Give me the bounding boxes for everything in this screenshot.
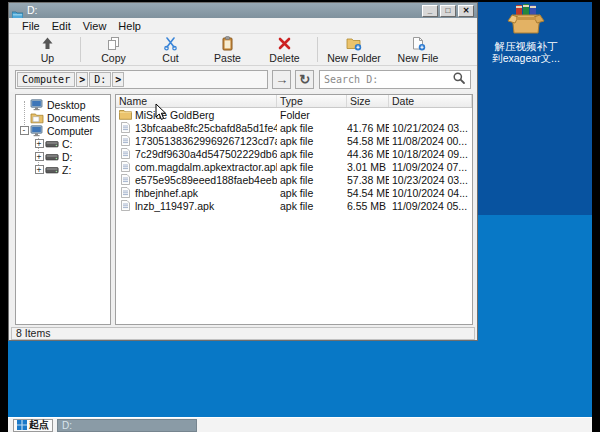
- file-type: apk file: [277, 187, 347, 199]
- paste-icon: [220, 35, 235, 51]
- new-folder-icon: [346, 35, 362, 51]
- menu-file[interactable]: File: [16, 18, 46, 34]
- file-row[interactable]: fhbejnhef.apk apk file 54.54 MB 10/10/20…: [116, 186, 472, 199]
- start-button[interactable]: 起点: [13, 419, 53, 432]
- toolbar-button-delete[interactable]: Delete: [256, 34, 313, 65]
- file-name: 7c29df9630a4d547502229db66...: [135, 148, 277, 160]
- file-row[interactable]: 13bfcaabe8fc25cbafd8a5d1fe4... apk file …: [116, 121, 472, 134]
- column-header-type[interactable]: Type: [277, 95, 347, 107]
- mouse-cursor: [155, 103, 167, 121]
- folder-icon: [119, 109, 133, 120]
- new-file-icon: [410, 35, 426, 51]
- drive-icon: [45, 164, 60, 175]
- shortcut-label-line1: 解压视频补丁: [471, 40, 581, 52]
- expander-slot: +: [33, 152, 45, 161]
- go-button[interactable]: →: [272, 70, 291, 89]
- toolbar-label: Copy: [101, 52, 126, 64]
- tree-item-desktop[interactable]: Desktop: [16, 98, 110, 111]
- toolbar-button-copy[interactable]: Copy: [85, 34, 142, 65]
- delete-icon: [277, 35, 292, 51]
- file-row[interactable]: 173051383629969267123cd7a.a... apk file …: [116, 134, 472, 147]
- chevron-right-icon[interactable]: >: [112, 72, 124, 87]
- toolbar-button-new-file[interactable]: New File: [386, 34, 450, 65]
- tree-item-documents[interactable]: Documents: [16, 111, 110, 124]
- breadcrumb-computer[interactable]: Computer: [17, 72, 75, 87]
- file-name: MiSide GoldBerg: [135, 109, 214, 121]
- expander-slot: +: [33, 139, 45, 148]
- column-header-size[interactable]: Size: [347, 95, 389, 107]
- expand-icon[interactable]: +: [35, 165, 44, 174]
- toolbar-label: Up: [41, 52, 54, 64]
- tree-item-drive-z[interactable]: + Z:: [16, 163, 110, 176]
- expander-slot: -: [18, 126, 30, 135]
- toolbar-button-new-folder[interactable]: New Folder: [322, 34, 386, 65]
- apk-file-icon: [119, 148, 133, 159]
- column-header-date[interactable]: Date: [389, 95, 472, 107]
- file-name: com.magdalm.apkextractor.apk: [135, 161, 277, 173]
- toolbar-separator: [80, 37, 81, 62]
- file-name: 173051383629969267123cd7a.a...: [135, 135, 277, 147]
- file-name: 13bfcaabe8fc25cbafd8a5d1fe4...: [135, 122, 277, 134]
- file-type: Folder: [277, 109, 347, 121]
- toolbar-button-up[interactable]: Up: [19, 34, 76, 65]
- window-icon: [12, 6, 23, 16]
- tree-item-drive-d[interactable]: + D:: [16, 150, 110, 163]
- search-icon[interactable]: [452, 71, 468, 87]
- collapse-icon[interactable]: -: [20, 126, 29, 135]
- expand-icon[interactable]: +: [35, 139, 44, 148]
- file-date: 11/08/2024 00...: [389, 135, 472, 147]
- toolbar: Up Copy: [9, 34, 477, 66]
- column-header-name[interactable]: Name: [116, 95, 277, 107]
- toolbar-button-cut[interactable]: Cut: [142, 34, 199, 65]
- file-row-folder[interactable]: MiSide GoldBerg Folder: [116, 108, 472, 121]
- taskbar: 起点 D:: [8, 417, 592, 432]
- taskbar-task-d-drive[interactable]: D:: [57, 419, 197, 432]
- file-row[interactable]: 7c29df9630a4d547502229db66... apk file 4…: [116, 147, 472, 160]
- toolbar-label: New Folder: [327, 52, 381, 64]
- file-row[interactable]: com.magdalm.apkextractor.apk apk file 3.…: [116, 160, 472, 173]
- refresh-icon: ↻: [299, 72, 310, 87]
- search-input[interactable]: [320, 72, 452, 87]
- file-row[interactable]: e575e95c89eeed188faeb4eeb... apk file 57…: [116, 173, 472, 186]
- chevron-right-icon[interactable]: >: [76, 72, 88, 87]
- emulator-viewport: 解压视频补丁 到exagear文... D: _ □ ✕: [8, 2, 592, 432]
- tree-item-drive-c[interactable]: + C:: [16, 137, 110, 150]
- file-date: 10/10/2024 04...: [389, 187, 472, 199]
- menu-edit[interactable]: Edit: [46, 18, 77, 34]
- breadcrumb: Computer > D: >: [15, 70, 268, 89]
- desktop-shortcut-winrar[interactable]: 解压视频补丁 到exagear文...: [471, 4, 581, 64]
- file-size: 41.76 MB: [347, 122, 389, 134]
- file-date: 10/18/2024 09...: [389, 148, 472, 160]
- close-button[interactable]: ✕: [458, 5, 474, 17]
- apk-file-icon: [119, 135, 133, 146]
- menu-help[interactable]: Help: [112, 18, 147, 34]
- desktop-background[interactable]: 解压视频补丁 到exagear文... D: _ □ ✕: [8, 2, 592, 417]
- folder-tree-panel[interactable]: Desktop Documents: [15, 94, 111, 325]
- menu-view[interactable]: View: [77, 18, 113, 34]
- file-list-panel[interactable]: Name Type Size Date MiSide GoldBerg Fold…: [115, 94, 473, 325]
- desktop-icon: [30, 99, 45, 110]
- refresh-button[interactable]: ↻: [295, 70, 314, 89]
- menu-bar: File Edit View Help: [9, 18, 477, 34]
- minimize-button[interactable]: _: [422, 5, 438, 17]
- expand-icon[interactable]: +: [35, 152, 44, 161]
- tree-item-computer[interactable]: - Computer: [16, 124, 110, 137]
- titlebar[interactable]: D: _ □ ✕: [9, 3, 477, 18]
- file-date: 10/23/2024 03...: [389, 174, 472, 186]
- file-size: 6.55 MB: [347, 200, 389, 212]
- computer-icon: [30, 125, 45, 136]
- file-size: 57.38 MB: [347, 174, 389, 186]
- maximize-button[interactable]: □: [440, 5, 456, 17]
- drive-icon: [45, 151, 60, 162]
- breadcrumb-d-drive[interactable]: D:: [89, 72, 111, 87]
- window-title: D:: [27, 3, 420, 18]
- toolbar-button-paste[interactable]: Paste: [199, 34, 256, 65]
- screen: 解压视频补丁 到exagear文... D: _ □ ✕: [0, 0, 600, 432]
- file-row[interactable]: lnzb_119497.apk apk file 6.55 MB 11/09/2…: [116, 199, 472, 212]
- tree-item-label: Desktop: [47, 99, 86, 111]
- file-type: apk file: [277, 135, 347, 147]
- go-arrow-icon: →: [275, 72, 288, 87]
- tree-item-label: Computer: [47, 125, 93, 137]
- file-type: apk file: [277, 174, 347, 186]
- address-bar: Computer > D: > → ↻: [9, 66, 477, 92]
